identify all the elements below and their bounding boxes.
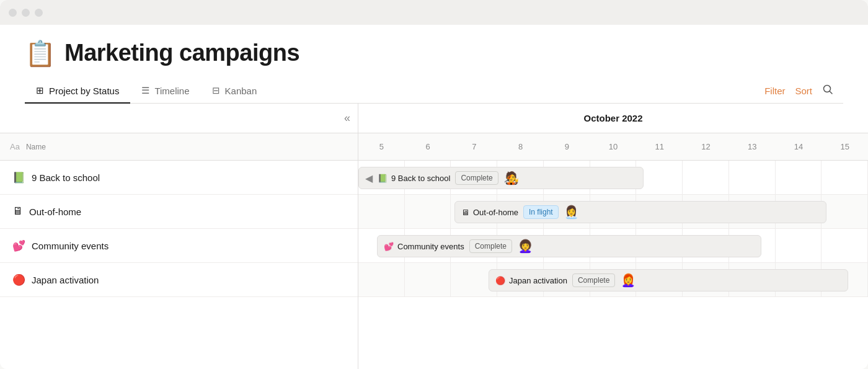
task-label-1: 🖥 Out-of-home	[461, 208, 518, 217]
traffic-light-close[interactable]	[9, 9, 17, 17]
tab-project-by-status-icon: ⊞	[36, 85, 44, 96]
task-avatar-2: 👩‍🦱	[517, 238, 533, 254]
timeline-rows: ◀ 📗 9 Back to school Complete 🧑‍🎤	[358, 161, 868, 369]
search-button[interactable]	[822, 84, 833, 98]
col-aa: Aa	[10, 142, 20, 151]
page-header: 📋 Marketing campaigns ⊞ Project by Statu…	[0, 25, 868, 104]
tabs-left: ⊞ Project by Status ☰ Timeline ⊟ Kanban	[25, 79, 764, 103]
date-6: 6	[405, 142, 451, 151]
date-13: 13	[729, 142, 776, 151]
app-window: 📋 Marketing campaigns ⊞ Project by Statu…	[0, 0, 868, 369]
task-name-2: Community events	[397, 242, 464, 251]
traffic-light-maximize[interactable]	[35, 9, 43, 17]
page-icon: 📋	[25, 41, 56, 66]
tab-timeline[interactable]: ☰ Timeline	[130, 79, 200, 104]
row-1-emoji: 🖥	[12, 205, 23, 218]
tab-timeline-icon: ☰	[141, 85, 149, 96]
left-row-0[interactable]: 📗 9 Back to school	[0, 161, 358, 195]
task-label-3: 🔴 Japan activation	[495, 276, 567, 285]
date-9: 9	[544, 142, 590, 151]
row-3-name: Japan activation	[32, 275, 99, 285]
task-status-3: Complete	[572, 273, 615, 287]
task-status-2: Complete	[469, 239, 512, 253]
row-0-emoji: 📗	[12, 171, 25, 184]
column-header: Aa Name	[0, 133, 358, 161]
task-status-1: In flight	[523, 205, 559, 219]
col-name-text: Name	[26, 143, 46, 151]
content-area: 📋 Marketing campaigns ⊞ Project by Statu…	[0, 25, 868, 369]
row-0-name: 9 Back to school	[32, 172, 100, 183]
task-avatar-0: 🧑‍🎤	[503, 170, 520, 186]
timeline-row-1: 🖥 Out-of-home In flight 👩‍💼	[358, 195, 868, 229]
date-8: 8	[497, 142, 544, 151]
svg-line-1	[830, 92, 833, 94]
date-11: 11	[636, 142, 683, 151]
left-row-3[interactable]: 🔴 Japan activation	[0, 263, 358, 297]
main-body: « Aa Name 📗 9 Back to school 🖥 Out-of-ho…	[0, 104, 868, 369]
sort-button[interactable]: Sort	[795, 86, 812, 96]
task-label-2: 💕 Community events	[384, 242, 464, 251]
col-name-label: Aa Name	[10, 142, 46, 151]
timeline-month: October 2022	[583, 113, 642, 123]
date-12: 12	[683, 142, 729, 151]
row-2-name: Community events	[32, 241, 108, 251]
timeline-row-2: 💕 Community events Complete 👩‍🦱	[358, 229, 868, 263]
tabs-row: ⊞ Project by Status ☰ Timeline ⊟ Kanban …	[25, 79, 843, 104]
task-name-3: Japan activation	[509, 276, 567, 285]
titlebar	[0, 0, 868, 25]
tabs-actions: Filter Sort	[764, 84, 843, 98]
left-panel-header: «	[0, 104, 358, 133]
task-avatar-3: 👩‍🦰	[620, 272, 636, 288]
tab-timeline-label: Timeline	[154, 86, 189, 96]
row-3-emoji: 🔴	[12, 273, 25, 287]
timeline-row-0: ◀ 📗 9 Back to school Complete 🧑‍🎤	[358, 161, 868, 195]
task-label-0: 📗 9 Back to school	[378, 174, 450, 183]
tab-kanban-label: Kanban	[225, 86, 257, 96]
right-panel: October 2022 5 6 7 8 9 10 11 12 13 14 15	[358, 104, 868, 369]
task-bar-3[interactable]: 🔴 Japan activation Complete 👩‍🦰	[489, 269, 848, 291]
task-bar-1[interactable]: 🖥 Out-of-home In flight 👩‍💼	[454, 201, 826, 223]
task-emoji-2: 💕	[384, 242, 394, 251]
back-arrow-0: ◀	[365, 172, 373, 184]
date-10: 10	[590, 142, 637, 151]
date-15: 15	[822, 142, 868, 151]
tab-project-by-status[interactable]: ⊞ Project by Status	[25, 79, 130, 104]
task-emoji-0: 📗	[378, 174, 388, 183]
filter-button[interactable]: Filter	[764, 86, 785, 96]
row-1-name: Out-of-home	[29, 207, 81, 217]
task-emoji-3: 🔴	[495, 276, 505, 285]
task-name-0: 9 Back to school	[391, 174, 450, 183]
date-5: 5	[358, 142, 405, 151]
left-row-1[interactable]: 🖥 Out-of-home	[0, 195, 358, 229]
traffic-light-minimize[interactable]	[22, 9, 30, 17]
timeline-month-header: October 2022	[358, 104, 868, 133]
page-title-row: 📋 Marketing campaigns	[25, 40, 843, 66]
tab-project-by-status-label: Project by Status	[49, 86, 119, 96]
svg-point-0	[824, 86, 831, 92]
task-bar-0[interactable]: ◀ 📗 9 Back to school Complete 🧑‍🎤	[358, 167, 644, 189]
timeline-dates-row: 5 6 7 8 9 10 11 12 13 14 15	[358, 133, 868, 161]
left-row-2[interactable]: 💕 Community events	[0, 229, 358, 263]
timeline-row-3: 🔴 Japan activation Complete 👩‍🦰	[358, 263, 868, 297]
tab-kanban-icon: ⊟	[212, 85, 220, 96]
task-avatar-1: 👩‍💼	[564, 204, 580, 220]
page-title: Marketing campaigns	[64, 40, 299, 66]
task-name-1: Out-of-home	[473, 208, 518, 217]
date-14: 14	[776, 142, 822, 151]
tab-kanban[interactable]: ⊟ Kanban	[201, 79, 268, 104]
date-7: 7	[451, 142, 497, 151]
collapse-button[interactable]: «	[344, 112, 350, 125]
task-emoji-1: 🖥	[461, 208, 469, 217]
task-bar-2[interactable]: 💕 Community events Complete 👩‍🦱	[377, 235, 761, 257]
row-2-emoji: 💕	[12, 239, 25, 252]
task-status-0: Complete	[455, 171, 498, 185]
left-panel: « Aa Name 📗 9 Back to school 🖥 Out-of-ho…	[0, 104, 358, 369]
